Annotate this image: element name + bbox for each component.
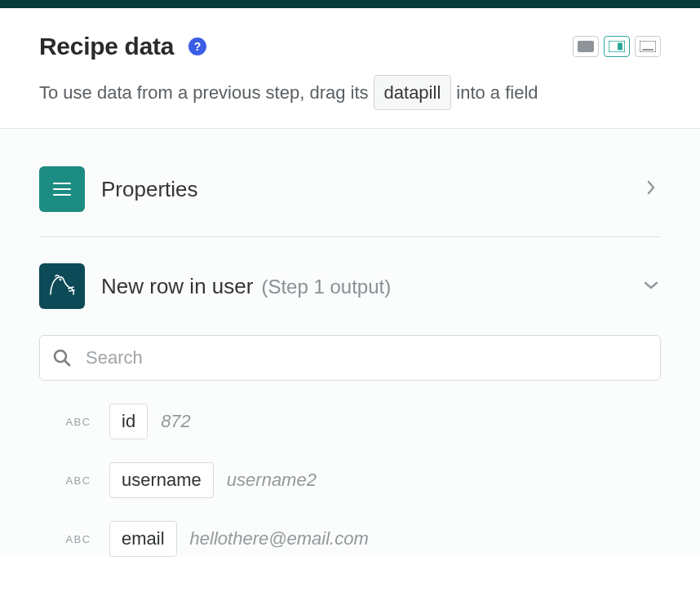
search-icon bbox=[52, 348, 72, 368]
datapill-username-value: username2 bbox=[227, 470, 317, 491]
chevron-down-icon bbox=[641, 279, 661, 293]
search-input[interactable] bbox=[39, 335, 661, 381]
panel-header: Recipe data ? To use data from a previ bbox=[0, 8, 700, 129]
svg-rect-0 bbox=[578, 41, 594, 52]
datapill-username[interactable]: username bbox=[109, 462, 214, 498]
svg-rect-4 bbox=[642, 49, 653, 51]
step-output-label: New row in user bbox=[101, 274, 253, 299]
datapill-row: ABC id 872 bbox=[60, 404, 654, 439]
view-toggle-full[interactable] bbox=[573, 36, 599, 57]
datapill-row: ABC username username2 bbox=[60, 462, 654, 498]
datapill-type-label: ABC bbox=[60, 533, 96, 545]
view-toggle-group bbox=[573, 36, 661, 57]
datapill-row: ABC email hellothere@email.com bbox=[60, 521, 654, 557]
datapill-email-value: hellothere@email.com bbox=[190, 528, 369, 549]
subtitle: To use data from a previous step, drag i… bbox=[39, 75, 661, 110]
datapill-type-label: ABC bbox=[60, 416, 96, 428]
datapill-type-label: ABC bbox=[60, 474, 96, 487]
chevron-right-icon bbox=[641, 179, 661, 199]
datapill-chip-example[interactable]: datapill bbox=[374, 75, 452, 110]
svg-line-10 bbox=[65, 361, 69, 365]
view-toggle-bottom[interactable] bbox=[635, 36, 661, 57]
properties-icon bbox=[39, 166, 85, 212]
step-output-note: (Step 1 output) bbox=[261, 276, 391, 298]
datapill-email[interactable]: email bbox=[109, 521, 177, 557]
svg-rect-2 bbox=[618, 43, 622, 51]
datapill-id-value: 872 bbox=[161, 411, 191, 432]
svg-point-9 bbox=[55, 351, 66, 362]
page-title: Recipe data bbox=[39, 33, 174, 60]
subtitle-text-before: To use data from a previous step, drag i… bbox=[39, 79, 369, 106]
help-icon[interactable]: ? bbox=[188, 38, 206, 55]
datapill-list: ABC id 872 ABC username username2 ABC em… bbox=[39, 404, 661, 557]
mysql-icon bbox=[39, 263, 85, 309]
window-titlebar bbox=[0, 0, 700, 8]
panel-body: Properties New row in user (Step 1 outpu… bbox=[0, 129, 700, 557]
section-properties[interactable]: Properties bbox=[39, 153, 661, 237]
view-toggle-split[interactable] bbox=[604, 36, 630, 57]
subtitle-text-after: into a field bbox=[456, 79, 538, 106]
svg-point-8 bbox=[60, 279, 60, 280]
properties-label: Properties bbox=[101, 177, 625, 202]
search-wrap bbox=[39, 335, 661, 381]
section-step-output[interactable]: New row in user (Step 1 output) bbox=[39, 250, 661, 322]
datapill-id[interactable]: id bbox=[109, 404, 148, 439]
